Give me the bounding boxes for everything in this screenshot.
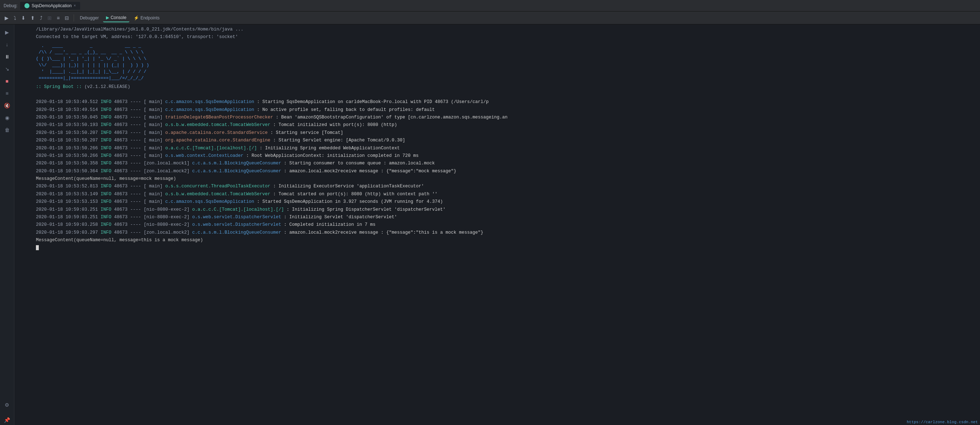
list-item: 2020-01-18 10:53:49.512 INFO 48673 ---- … — [14, 98, 980, 106]
log-pid: 48673 ---- [nio-8080-exec-2] — [111, 207, 192, 212]
sidebar-frames-btn[interactable]: ≡ — [2, 88, 12, 98]
log-message: : Bean 'amazonSQSBootstrapConfiguration'… — [273, 115, 508, 120]
run-to-cursor-btn[interactable]: ⤴ — [38, 14, 44, 22]
url-bar: https://carlzone.blog.csdn.net — [905, 419, 980, 425]
sidebar-trash-btn[interactable]: 🗑 — [2, 125, 12, 135]
spring-label: :: Spring Boot :: — [36, 84, 84, 89]
log-message: : No active profile set, falling back to… — [257, 107, 435, 113]
log-class: o.s.s.concurrent.ThreadPoolTaskExecutor — [165, 184, 273, 189]
app-tab[interactable]: SqsDemoApplication × — [20, 2, 80, 10]
list-item: 2020-01-18 10:53:53.153 INFO 48673 ---- … — [14, 198, 980, 206]
settings-toolbar-btn[interactable]: ≡ — [55, 14, 61, 22]
list-item: 2020-01-18 10:53:49.514 INFO 48673 ---- … — [14, 106, 980, 114]
log-message: : Initializing Servlet 'dispatcherServle… — [284, 215, 397, 220]
sidebar-step-over-btn[interactable]: ↓ — [2, 40, 12, 49]
list-item: Connected to the target VM, address: '12… — [14, 33, 980, 41]
sidebar-camera-btn[interactable]: ◉ — [2, 113, 12, 123]
step-into-btn[interactable]: ⬇ — [19, 14, 27, 22]
log-level: INFO — [100, 122, 111, 127]
list-item: 2020-01-18 10:53:50.364 INFO 48673 ---- … — [14, 168, 980, 175]
log-level: INFO — [100, 130, 111, 135]
sidebar-stop-btn[interactable]: ■ — [2, 76, 12, 86]
log-class: c.c.amazon.sqs.SqsDemoApplication — [165, 199, 257, 204]
log-pid: 48673 ---- [ main] — [111, 122, 165, 127]
log-message: : Tomcat started on port(s): 8080 (http)… — [273, 192, 438, 197]
sidebar: ▶ ↓ ⏸ ↘ ■ ≡ 🔇 ◉ 🗑 ⚙ 📌 — [0, 24, 14, 425]
log-level: INFO — [100, 107, 111, 113]
log-class: o.s.b.w.embedded.tomcat.TomcatWebServer — [165, 192, 273, 197]
log-date: 2020-01-18 10:59:03.251 — [36, 207, 100, 212]
log-class: o.s.web.servlet.DispatcherServlet — [192, 215, 284, 220]
console-icon: ▶ — [106, 15, 109, 20]
log-message: : Initializing Spring DispatcherServlet … — [287, 207, 446, 212]
log-level: INFO — [100, 230, 111, 235]
log-date: 2020-01-18 10:53:50.045 — [36, 115, 100, 120]
sidebar-pause-btn[interactable]: ⏸ — [2, 52, 12, 62]
list-item: 2020-01-18 10:53:50.045 INFO 48673 ---- … — [14, 114, 980, 121]
ascii-art: . ____ _ __ _ _ /\\ / ___'_ __ _ _(_)_ _… — [14, 41, 980, 83]
app-tab-label: SqsDemoApplication — [32, 3, 72, 8]
log-date: 2020-01-18 10:59:03.297 — [36, 230, 100, 235]
log-level: INFO — [100, 184, 111, 189]
log-message: : Initializing Spring embedded WebApplic… — [260, 146, 400, 151]
url-text: https://carlzone.blog.csdn.net — [907, 420, 978, 424]
log-level: INFO — [100, 100, 111, 105]
log-date: 2020-01-18 10:59:03.251 — [36, 215, 100, 220]
log-class: c.c.amazon.sqs.SqsDemoApplication — [165, 100, 257, 105]
log-date: 2020-01-18 10:53:53.149 — [36, 192, 100, 197]
list-item: 2020-01-18 10:53:53.149 INFO 48673 ---- … — [14, 190, 980, 198]
debugger-tab-label: Debugger — [80, 16, 99, 21]
list-item: MessageContent(queueName=null, message=t… — [14, 236, 980, 244]
cursor-block — [36, 245, 39, 250]
log-pid: 48673 ---- [zon.local.mock2] — [111, 169, 192, 174]
frames-btn[interactable]: ⊟ — [63, 14, 71, 22]
log-date: 2020-01-18 10:53:50.193 — [36, 122, 100, 127]
log-class: trationDelegate$BeanPostProcessorChecker — [165, 115, 273, 120]
sidebar-mute-btn[interactable]: 🔇 — [2, 100, 12, 111]
step-out-btn[interactable]: ⬆ — [29, 14, 37, 22]
log-date: 2020-01-18 10:53:50.207 — [36, 130, 100, 135]
sidebar-step-into-btn[interactable]: ↘ — [2, 64, 12, 74]
list-item: 2020-01-18 10:59:03.297 INFO 48673 ---- … — [14, 229, 980, 236]
log-date: 2020-01-18 10:53:50.364 — [36, 169, 100, 174]
endpoints-tab[interactable]: ⚡ Endpoints — [131, 14, 162, 22]
log-pid: 48673 ---- [ main] — [111, 184, 165, 189]
log-level: INFO — [100, 138, 111, 143]
log-pid: 48673 ---- [ main] — [111, 100, 165, 105]
debugger-tab[interactable]: Debugger — [77, 14, 102, 22]
log-pid: 48673 ---- [nio-8080-exec-2] — [111, 215, 192, 220]
console-area[interactable]: /Library/Java/JavaVirtualMachines/jdk1.8… — [14, 24, 980, 425]
tab-close-icon[interactable]: × — [74, 3, 76, 8]
log-pid: 48673 ---- [ main] — [111, 107, 165, 113]
evaluate-btn[interactable]: ⊞ — [46, 14, 54, 22]
log-date: 2020-01-18 10:53:49.512 — [36, 100, 100, 105]
log-pid: 48673 ---- [ main] — [111, 115, 165, 120]
title-bar: Debug: SqsDemoApplication × — [0, 0, 980, 11]
list-item: 2020-01-18 10:53:50.266 INFO 48673 ---- … — [14, 145, 980, 152]
list-item: 2020-01-18 10:59:03.251 INFO 48673 ---- … — [14, 214, 980, 221]
step-over-btn[interactable]: ⤵ — [12, 14, 18, 22]
spring-version: (v2.1.12.RELEASE) — [84, 84, 130, 89]
list-item: 2020-01-18 10:53:50.207 INFO 48673 ---- … — [14, 129, 980, 137]
console-tab[interactable]: ▶ Console — [103, 14, 129, 22]
log-message: : amazon.local.mock2receive message : {"… — [284, 169, 456, 174]
log-text: Connected to the target VM, address: '12… — [36, 35, 238, 40]
log-class-standard-engine: org.apache.catalina.core.StandardEngine — [165, 138, 273, 143]
list-item: 2020-01-18 10:53:52.813 INFO 48673 ---- … — [14, 183, 980, 190]
toolbar: ▶ ⤵ ⬇ ⬆ ⤴ ⊞ ≡ ⊟ Debugger ▶ Console ⚡ End… — [0, 11, 980, 24]
log-date: 2020-01-18 10:53:50.358 — [36, 161, 100, 166]
log-pid: 48673 ---- [nio-8080-exec-2] — [111, 222, 192, 227]
log-message: : Tomcat initialized with port(s): 8080 … — [273, 122, 397, 127]
list-item: MessageContent(queueName=null, message=m… — [14, 175, 980, 183]
debug-label: Debug: — [3, 3, 18, 8]
log-class: c.c.a.s.m.l.BlockingQueueConsumer — [192, 161, 284, 166]
sidebar-settings-btn[interactable]: ⚙ — [2, 400, 12, 410]
sidebar-pin-btn[interactable]: 📌 — [2, 415, 12, 425]
log-level: INFO — [100, 192, 111, 197]
sidebar-resume-btn[interactable]: ▶ — [2, 27, 12, 37]
resume-program-btn[interactable]: ▶ — [3, 14, 10, 22]
log-date: 2020-01-18 10:53:52.813 — [36, 184, 100, 189]
log-date: 2020-01-18 10:59:03.258 — [36, 222, 100, 227]
log-pid: 48673 ---- [ main] — [111, 138, 165, 143]
console-tab-label: Console — [111, 15, 126, 20]
